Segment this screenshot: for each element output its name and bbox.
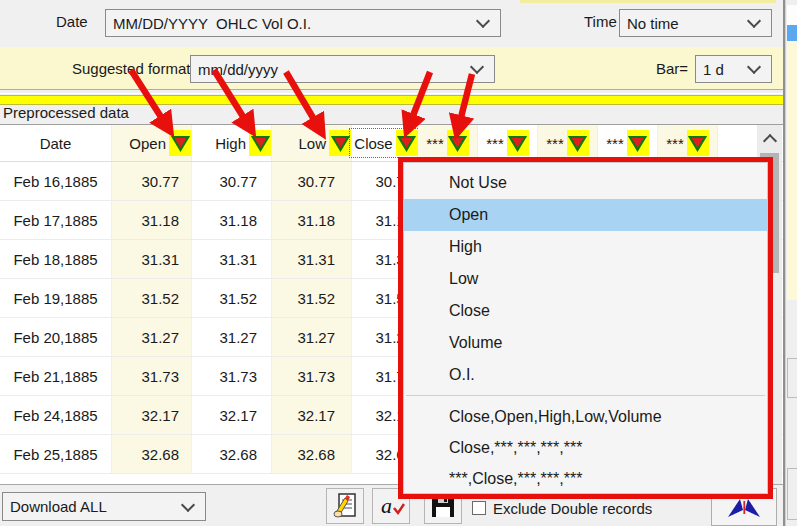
filter-button-star[interactable]: [507, 130, 529, 156]
download-mode-combo[interactable]: Download ALL: [2, 492, 206, 521]
menu-item-volume[interactable]: Volume: [403, 327, 768, 359]
svg-text:a: a: [381, 493, 392, 518]
scroll-up-button[interactable]: [757, 125, 782, 151]
menu-item-close[interactable]: ***,Close,***,***,***: [403, 463, 768, 494]
cell-low: 30.77: [272, 162, 352, 200]
cell-open: 32.68: [112, 435, 192, 473]
menu-item-high[interactable]: High: [403, 231, 768, 263]
cell-high: 32.17: [192, 396, 272, 434]
cell-low: 31.31: [272, 240, 352, 278]
column-label: ***: [606, 135, 624, 152]
download-mode-value: Download ALL: [3, 498, 183, 515]
column-label: ***: [546, 135, 564, 152]
exclude-double-checkbox[interactable]: [472, 501, 486, 515]
filter-triangle-icon: [448, 134, 467, 152]
column-header-star: ***: [418, 125, 478, 161]
cell-low: 31.73: [272, 357, 352, 395]
suggested-formats-label: Suggested formats: [72, 60, 198, 77]
menu-item-not-use[interactable]: Not Use: [403, 167, 768, 199]
divider: [0, 89, 783, 94]
filter-triangle-icon: [251, 134, 270, 152]
column-header-star: ***: [598, 125, 658, 161]
time-combo[interactable]: No time: [619, 9, 772, 37]
filter-button-close[interactable]: [396, 130, 418, 156]
sliver-fragment: [787, 25, 797, 41]
cell-open: 30.77: [112, 162, 192, 200]
date-format-combo[interactable]: MM/DD/YYYY OHLC Vol O.I.: [105, 9, 501, 37]
cell-date: Feb 25,1885: [0, 435, 112, 473]
column-header-low: Low: [272, 125, 352, 161]
filter-triangle-icon: [568, 134, 587, 152]
filter-triangle-icon: [628, 134, 647, 152]
sliver-fragment: [787, 468, 797, 520]
cell-date: Feb 19,1885: [0, 279, 112, 317]
cell-open: 31.27: [112, 318, 192, 356]
column-header-date: Date: [0, 125, 112, 161]
cell-high: 32.68: [192, 435, 272, 473]
time-value: No time: [620, 15, 749, 32]
column-label: ***: [426, 135, 444, 152]
column-label: Close: [354, 135, 392, 152]
column-header-close: Close: [352, 125, 418, 161]
focused-header: Close: [349, 128, 419, 158]
bar-label: Bar=: [656, 60, 688, 77]
cell-low: 32.68: [272, 435, 352, 473]
column-label: Low: [298, 135, 326, 152]
import-dialog: Date MM/DD/YYYY OHLC Vol O.I. Time No ti…: [0, 0, 797, 526]
menu-item-close[interactable]: Close,***,***,***,***: [403, 432, 768, 463]
filter-button-star[interactable]: [687, 130, 709, 156]
cell-date: Feb 24,1885: [0, 396, 112, 434]
cell-high: 31.73: [192, 357, 272, 395]
notepad-pencil-icon: [331, 492, 359, 520]
suggested-format-combo[interactable]: mm/dd/yyyy: [190, 55, 495, 83]
cell-high: 30.77: [192, 162, 272, 200]
section-title: Preprocessed data: [3, 104, 129, 121]
sliver-fragment: [787, 358, 797, 398]
edit-data-button[interactable]: [326, 488, 364, 524]
chevron-up-icon: [762, 134, 776, 148]
cell-date: Feb 16,1885: [0, 162, 112, 200]
column-role-context-menu: Not UseOpenHighLowCloseVolumeO.I.Close,O…: [398, 157, 773, 499]
cell-high: 31.52: [192, 279, 272, 317]
cell-low: 32.17: [272, 396, 352, 434]
menu-item-o-i[interactable]: O.I.: [403, 359, 768, 391]
filter-button-low[interactable]: [329, 130, 351, 156]
cell-date: Feb 18,1885: [0, 240, 112, 278]
column-header-star: ***: [538, 125, 598, 161]
cell-open: 31.73: [112, 357, 192, 395]
filter-button-open[interactable]: [169, 130, 191, 156]
time-label: Time: [584, 13, 617, 30]
menu-item-low[interactable]: Low: [403, 263, 768, 295]
filter-triangle-icon: [688, 134, 707, 152]
filter-button-star[interactable]: [447, 130, 469, 156]
cell-open: 31.52: [112, 279, 192, 317]
column-header-open: Open: [112, 125, 192, 161]
filter-button-star[interactable]: [567, 130, 589, 156]
suggested-format-value: mm/dd/yyyy: [191, 61, 472, 78]
filter-button-star[interactable]: [627, 130, 649, 156]
menu-item-close[interactable]: Close: [403, 295, 768, 327]
bar-value: 1 d: [696, 61, 749, 78]
background-window-fragment: [520, 0, 776, 3]
column-label: ***: [486, 135, 504, 152]
filter-triangle-icon: [171, 134, 190, 152]
filter-triangle-icon: [331, 134, 350, 152]
date-label: Date: [56, 13, 88, 30]
chevron-down-icon: [181, 497, 195, 511]
column-header-star: ***: [478, 125, 538, 161]
filter-triangle-icon: [397, 134, 416, 152]
cell-date: Feb 21,1885: [0, 357, 112, 395]
column-label: Date: [40, 135, 72, 152]
filter-button-high[interactable]: [249, 130, 271, 156]
bar-combo[interactable]: 1 d: [695, 55, 772, 83]
sliver-fragment: [787, 41, 797, 300]
column-label: High: [215, 135, 246, 152]
sliver-fragment: [787, 5, 797, 25]
cell-open: 31.18: [112, 201, 192, 239]
chevron-down-icon: [476, 14, 490, 28]
exclude-double-label: Exclude Double records: [493, 500, 652, 517]
date-format-value: MM/DD/YYYY OHLC Vol O.I.: [106, 15, 478, 32]
menu-item-close-open-high-low-volume[interactable]: Close,Open,High,Low,Volume: [403, 401, 768, 432]
menu-item-open[interactable]: Open: [403, 199, 768, 231]
cell-low: 31.18: [272, 201, 352, 239]
